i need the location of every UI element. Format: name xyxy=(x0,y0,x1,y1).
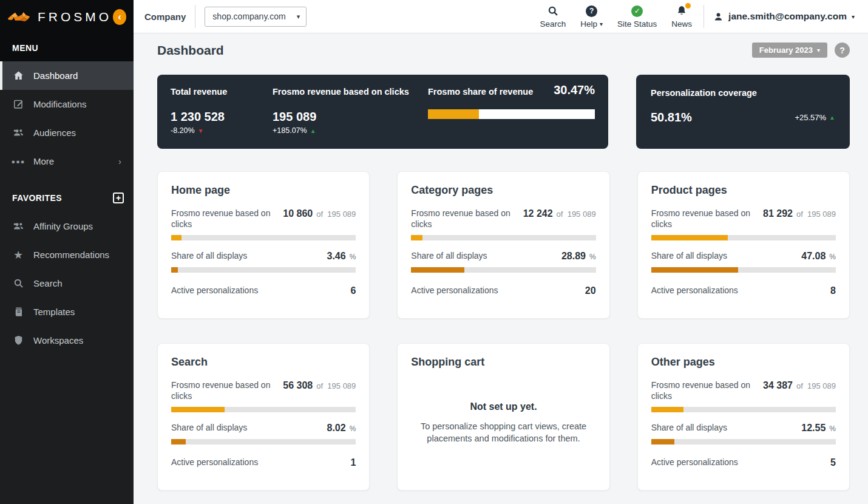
coverage-change: +25.57% ▲ xyxy=(795,113,835,122)
active-label: Active personalizations xyxy=(651,285,738,296)
share-metric: Share of all displays 12.55% xyxy=(651,423,836,444)
personalization-coverage-card: Personalization coverage 50.81% +25.57% … xyxy=(636,75,850,149)
users-icon xyxy=(12,220,24,233)
card-title: Home page xyxy=(171,184,356,197)
share-progress-bar xyxy=(171,439,356,444)
sidebar-item-audiences[interactable]: Audiences xyxy=(0,118,134,147)
share-metric: Share of all displays 47.08% xyxy=(651,251,836,273)
sidebar-item-templates[interactable]: Templates xyxy=(0,298,134,326)
frosmo-revenue-label: Frosmo revenue based on clicks xyxy=(273,87,428,97)
bell-icon xyxy=(676,5,688,18)
active-label: Active personalizations xyxy=(171,457,258,468)
revenue-progress-bar xyxy=(171,407,356,412)
share-of-revenue-value: 30.47% xyxy=(554,83,595,97)
share-value: 3.46 xyxy=(327,251,346,262)
revenue-value: 10 860 xyxy=(283,208,313,219)
sidebar-item-label: Templates xyxy=(33,307,121,317)
period-selector-button[interactable]: February 2023 ▾ xyxy=(752,43,827,58)
sidebar-item-recommendations[interactable]: ★ Recommendations xyxy=(0,240,134,269)
revenue-metric: Frosmo revenue based on clicks 10 860 of… xyxy=(171,208,356,240)
sidebar-top: FROSMO ‹ MENU xyxy=(0,0,134,61)
dashboard-content: Dashboard February 2023 ▾ ? Total revenu… xyxy=(134,33,868,504)
share-progress-bar xyxy=(171,267,356,273)
active-value: 8 xyxy=(830,285,836,296)
revenue-metric: Frosmo revenue based on clicks 34 387 of… xyxy=(651,380,836,412)
share-label: Share of all displays xyxy=(171,423,247,434)
active-value: 1 xyxy=(350,457,356,468)
user-menu-button[interactable]: jane.smith@company.com ▾ xyxy=(713,11,855,22)
sidebar: FROSMO ‹ MENU Dashboard xyxy=(0,0,134,504)
notification-dot xyxy=(685,3,691,9)
search-button[interactable]: Search xyxy=(540,5,566,29)
share-metric: Share of all displays 8.02% xyxy=(171,423,356,444)
active-personalizations-row: Active personalizations 5 xyxy=(651,457,836,468)
share-metric: Share of all displays 3.46% xyxy=(171,251,356,273)
page-header: Dashboard February 2023 ▾ ? xyxy=(157,43,850,58)
revenue-total: of 195 089 xyxy=(796,209,836,219)
chevron-right-icon: › xyxy=(118,156,121,166)
add-favorite-button[interactable]: + xyxy=(113,192,124,203)
coverage-label: Personalization coverage xyxy=(651,88,835,98)
revenue-progress-bar xyxy=(171,235,356,240)
revenue-total: of 195 089 xyxy=(316,381,356,390)
sidebar-item-search[interactable]: Search xyxy=(0,269,134,298)
site-status-label: Site Status xyxy=(617,19,657,29)
active-label: Active personalizations xyxy=(411,285,498,296)
sidebar-item-label: Search xyxy=(33,278,121,288)
shield-icon xyxy=(12,335,24,347)
empty-state-headline: Not set up yet. xyxy=(470,401,537,412)
share-of-revenue-progress-bar xyxy=(428,109,595,119)
share-label: Share of all displays xyxy=(651,251,727,262)
page-card-shopping-cart: Shopping cart Not set up yet. To persona… xyxy=(397,343,609,491)
revenue-label: Frosmo revenue based on clicks xyxy=(171,208,277,230)
user-email: jane.smith@company.com xyxy=(728,11,847,22)
share-of-revenue-label: Frosmo share of revenue xyxy=(428,87,533,97)
frosmo-fox-logo-icon xyxy=(7,10,33,24)
site-status-button[interactable]: ✓ Site Status xyxy=(617,5,657,29)
revenue-value: 34 387 xyxy=(763,380,793,391)
revenue-summary-card: Total revenue 1 230 528 -8.20% ▼ Frosmo … xyxy=(157,75,608,149)
news-label: News xyxy=(671,19,692,29)
active-value: 6 xyxy=(350,285,356,296)
sidebar-item-label: Workspaces xyxy=(33,335,121,346)
plus-icon: + xyxy=(116,194,121,202)
sidebar-item-modifications[interactable]: Modifications xyxy=(0,90,134,118)
revenue-value: 56 308 xyxy=(283,380,313,391)
dashboard-help-button[interactable]: ? xyxy=(835,43,850,58)
app-root: FROSMO ‹ MENU Dashboard xyxy=(0,0,868,504)
empty-state: Not set up yet. To personalize shopping … xyxy=(411,380,595,479)
page-card-search: Search Frosmo revenue based on clicks 56… xyxy=(157,343,370,491)
frosmo-revenue-value: 195 089 xyxy=(273,110,428,124)
share-label: Share of all displays xyxy=(651,423,727,434)
caret-down-icon: ▾ xyxy=(852,13,855,20)
main-area: Company shop.company.com ▾ Search xyxy=(134,0,868,504)
share-label: Share of all displays xyxy=(171,251,247,262)
sidebar-item-label: Dashboard xyxy=(33,70,121,81)
share-value: 12.55 xyxy=(801,423,826,434)
sidebar-item-dashboard[interactable]: Dashboard xyxy=(0,61,134,90)
total-revenue-label: Total revenue xyxy=(171,87,273,97)
sidebar-menu: Dashboard Modifications xyxy=(0,61,134,175)
edit-icon xyxy=(12,98,24,111)
sidebar-item-label: More xyxy=(33,156,109,166)
sidebar-item-label: Affinity Groups xyxy=(33,221,121,231)
share-value: 8.02 xyxy=(327,423,346,434)
revenue-metric: Frosmo revenue based on clicks 12 242 of… xyxy=(411,208,595,240)
news-button[interactable]: News xyxy=(671,5,692,29)
share-of-revenue-block: Frosmo share of revenue 30.47% xyxy=(428,87,595,138)
book-icon xyxy=(12,306,24,318)
user-icon xyxy=(713,12,724,22)
sidebar-item-workspaces[interactable]: Workspaces xyxy=(0,326,134,355)
card-title: Other pages xyxy=(651,356,836,369)
sidebar-collapse-button[interactable]: ‹ xyxy=(113,9,126,25)
divider xyxy=(704,5,704,28)
sidebar-item-affinity-groups[interactable]: Affinity Groups xyxy=(0,212,134,240)
site-selector-dropdown[interactable]: shop.company.com ▾ xyxy=(205,7,307,27)
sidebar-item-more[interactable]: ●●● More › xyxy=(0,147,134,175)
favorites-section-title: FAVORITES xyxy=(12,193,62,203)
active-personalizations-row: Active personalizations 1 xyxy=(171,457,356,468)
chevron-down-icon: ▾ xyxy=(817,47,820,53)
sidebar-item-label: Recommendations xyxy=(33,250,121,260)
help-menu-button[interactable]: ? Help ▾ xyxy=(580,5,603,29)
share-progress-bar xyxy=(651,439,836,444)
